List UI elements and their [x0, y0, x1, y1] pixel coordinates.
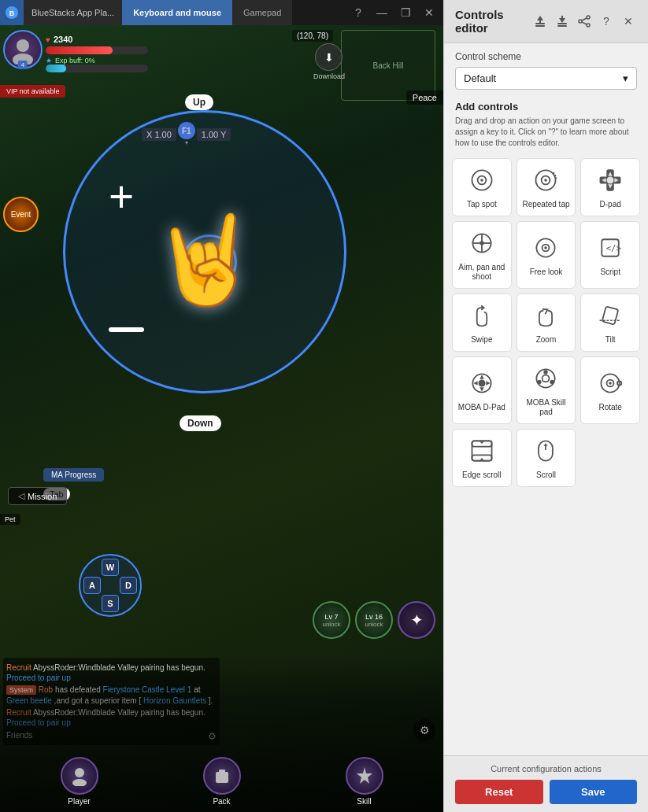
skill-btn-3[interactable]: ✦: [398, 601, 435, 639]
skill1-status: unlock: [322, 621, 340, 628]
aim-pan-shoot-icon: [467, 228, 497, 258]
svg-point-46: [478, 380, 485, 387]
download-label: Download: [313, 72, 345, 80]
svg-marker-67: [544, 443, 548, 446]
svg-marker-64: [480, 458, 483, 460]
skill-buttons: Lv 7 unlock Lv 16 unlock ✦: [313, 601, 435, 639]
minimize-button[interactable]: —: [371, 2, 393, 24]
reset-button[interactable]: Reset: [455, 780, 543, 804]
control-moba-skill-pad[interactable]: MOBA Skill pad: [517, 356, 576, 424]
script-label: Script: [600, 268, 620, 277]
control-aim-pan-shoot[interactable]: Aim, pan and shoot: [452, 221, 512, 289]
mission-button[interactable]: ◁ Mission: [8, 487, 67, 505]
up-label: Up: [185, 94, 213, 110]
skill-label: Skill: [357, 797, 371, 806]
tap-spot-icon: [467, 165, 497, 195]
game-area: B BlueStacks App Pla... Keyboard and mou…: [0, 0, 443, 812]
control-edge-scroll[interactable]: Edge scroll: [452, 429, 512, 487]
s-key[interactable]: S: [102, 595, 119, 612]
svg-point-22: [480, 179, 483, 182]
d-key[interactable]: D: [120, 577, 137, 594]
share-icon[interactable]: [576, 13, 593, 30]
a-key[interactable]: A: [83, 577, 101, 594]
dropdown-arrow: ▾: [623, 72, 628, 84]
skill2-level: Lv 16: [365, 613, 383, 621]
control-swipe[interactable]: Swipe: [452, 293, 512, 352]
wasd-ring: W A S D: [79, 554, 142, 617]
plus-icon: +: [109, 175, 134, 219]
help-button[interactable]: ?: [347, 2, 369, 24]
repeated-tap-label: Repeated tap: [522, 200, 569, 209]
scheme-dropdown[interactable]: Default ▾: [455, 67, 637, 90]
settings-button[interactable]: ⚙: [413, 719, 435, 741]
close-button[interactable]: ✕: [418, 2, 440, 24]
control-tap-spot[interactable]: Tap spot: [452, 158, 512, 216]
ma-progress: MA Progress: [43, 468, 104, 482]
hp-fill: [46, 46, 113, 54]
svg-point-17: [579, 20, 582, 23]
control-repeated-tap[interactable]: Repeated tap: [517, 158, 576, 216]
free-look-icon: [531, 233, 561, 263]
svg-point-52: [542, 375, 550, 382]
rotate-icon: [595, 368, 625, 398]
exp-fill: [46, 65, 66, 72]
svg-point-29: [607, 177, 614, 184]
panel-header-icons: ? ✕: [531, 13, 637, 30]
title-bar: B BlueStacks App Pla... Keyboard and mou…: [0, 0, 443, 25]
edge-scroll-label: Edge scroll: [462, 471, 501, 480]
w-key[interactable]: W: [102, 559, 119, 576]
bottom-player[interactable]: Player: [61, 757, 98, 806]
help-panel-icon[interactable]: ?: [598, 13, 615, 30]
control-rotate[interactable]: Rotate: [580, 356, 640, 424]
control-free-look[interactable]: Free look: [517, 221, 576, 289]
location-banner: Peace: [406, 90, 443, 105]
svg-point-5: [72, 779, 87, 786]
wasd-control: W A S D: [79, 554, 142, 617]
mission-label: Mission: [28, 492, 57, 501]
svg-rect-12: [557, 23, 567, 24]
control-d-pad[interactable]: D-pad: [580, 158, 640, 216]
footer-label: Current configuration actions: [455, 764, 637, 773]
control-script[interactable]: </> Script: [580, 221, 640, 289]
tab-keyboard-mouse[interactable]: Keyboard and mouse: [122, 0, 232, 25]
zoom-icon: [531, 301, 561, 330]
bottom-bar: Player Pack Skill: [0, 655, 443, 812]
maximize-button[interactable]: ❐: [394, 2, 417, 24]
svg-marker-50: [486, 381, 490, 385]
save-button[interactable]: Save: [550, 780, 638, 804]
panel-title: Controls editor: [455, 8, 531, 35]
player-stats: 4 ♥ 2340 ★ Exp buff: 0%: [3, 30, 164, 72]
player-label: Player: [68, 797, 90, 806]
upload-icon[interactable]: [531, 13, 549, 30]
svg-rect-13: [557, 25, 567, 27]
hand-icon: 🤘: [151, 209, 259, 311]
exp-bar: [46, 65, 148, 72]
skill-btn-2[interactable]: Lv 16 unlock: [355, 601, 393, 639]
bottom-pack[interactable]: Pack: [203, 757, 241, 806]
repeated-tap-icon: [531, 165, 561, 195]
svg-marker-48: [480, 387, 483, 391]
tilt-label: Tilt: [605, 335, 616, 345]
svg-point-37: [480, 241, 483, 245]
control-scroll[interactable]: Scroll: [517, 429, 576, 487]
control-zoom[interactable]: Zoom: [517, 293, 576, 352]
svg-point-15: [587, 16, 590, 19]
control-tilt[interactable]: Tilt: [580, 293, 640, 352]
download-config-icon[interactable]: [554, 13, 571, 30]
svg-rect-6: [216, 772, 228, 783]
svg-marker-8: [357, 767, 372, 784]
add-controls-title: Add controls: [455, 101, 637, 113]
tab-gamepad[interactable]: Gamepad: [232, 0, 292, 25]
hp-bar: [46, 46, 148, 54]
download-button[interactable]: ⬇ Download: [313, 43, 345, 80]
svg-text:B: B: [9, 9, 15, 17]
close-panel-icon[interactable]: ✕: [620, 13, 637, 30]
control-moba-d-pad[interactable]: MOBA D-Pad: [452, 356, 512, 424]
bottom-skill[interactable]: Skill: [346, 757, 383, 806]
skill-btn-1[interactable]: Lv 7 unlock: [313, 601, 350, 639]
svg-rect-7: [219, 770, 225, 773]
svg-marker-11: [537, 16, 543, 23]
scheme-value: Default: [464, 72, 496, 84]
event-button[interactable]: Event: [3, 197, 39, 232]
svg-rect-9: [535, 23, 545, 24]
